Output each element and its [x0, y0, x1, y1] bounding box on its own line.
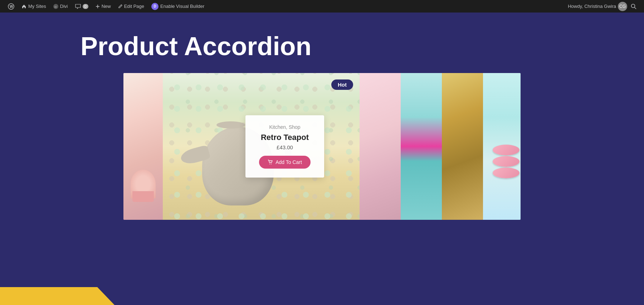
edit-page-button[interactable]: Edit Page — [114, 0, 148, 13]
page-title: Product Accordion — [0, 32, 644, 60]
svg-point-5 — [269, 164, 270, 164]
accordion-panel-teapot[interactable]: Hot Kitchen, Shop Retro Teapot £43.00 Ad… — [163, 73, 360, 220]
divi-icon: D — [53, 4, 58, 9]
divi-button[interactable]: D Divi — [50, 0, 72, 13]
wordpress-icon: W — [8, 3, 14, 10]
enable-visual-builder-button[interactable]: D Enable Visual Builder — [148, 0, 208, 13]
avatar: CG — [618, 2, 627, 11]
svg-point-6 — [271, 164, 272, 164]
new-button[interactable]: New — [92, 0, 114, 13]
divi-label: Divi — [60, 4, 68, 9]
macaron-3 — [493, 168, 519, 178]
my-sites-button[interactable]: My Sites — [18, 0, 50, 13]
product-name: Retro Teapot — [258, 133, 312, 142]
accordion-panel-cupcake[interactable] — [123, 73, 163, 220]
enable-visual-builder-label: Enable Visual Builder — [160, 4, 204, 9]
user-info: Howdy, Christina Gwira CG — [568, 2, 627, 11]
howdy-text: Howdy, Christina Gwira — [568, 4, 616, 9]
pencil-icon — [118, 4, 122, 9]
svg-text:D: D — [54, 5, 57, 8]
search-button[interactable] — [627, 0, 640, 13]
main-content: Product Accordion Hot Kitchen, Shop Retr… — [0, 13, 644, 305]
admin-bar: W My Sites D Divi 0 New Edit Page D Enab — [0, 0, 644, 13]
edit-page-label: Edit Page — [124, 4, 144, 9]
new-label: New — [102, 4, 111, 9]
accordion-panel-radio[interactable] — [401, 73, 442, 220]
macaron-1 — [493, 145, 519, 155]
divi-builder-icon: D — [151, 3, 158, 10]
search-icon — [631, 4, 636, 9]
product-card: Kitchen, Shop Retro Teapot £43.00 Add To… — [245, 115, 324, 178]
comments-button[interactable]: 0 — [72, 0, 92, 13]
hot-badge: Hot — [331, 79, 353, 90]
comment-count: 0 — [83, 4, 88, 9]
cart-icon — [268, 160, 273, 165]
accordion-panel-macarons[interactable] — [483, 73, 521, 220]
add-to-cart-label: Add To Cart — [275, 159, 302, 165]
my-sites-label: My Sites — [28, 4, 46, 9]
svg-text:W: W — [10, 5, 13, 9]
wordpress-logo-button[interactable]: W — [4, 0, 18, 13]
house-icon — [21, 4, 26, 9]
accordion-panel-rose[interactable] — [360, 73, 401, 220]
svg-point-4 — [631, 4, 635, 8]
accordion-panel-autumn[interactable] — [442, 73, 483, 220]
bottom-banner — [0, 287, 114, 305]
add-to-cart-button[interactable]: Add To Cart — [259, 156, 311, 169]
product-accordion: Hot Kitchen, Shop Retro Teapot £43.00 Ad… — [123, 73, 521, 220]
product-price: £43.00 — [258, 144, 312, 150]
product-category: Kitchen, Shop — [258, 124, 312, 130]
comment-icon — [75, 4, 81, 9]
plus-icon — [96, 4, 100, 9]
macaron-2 — [493, 156, 519, 167]
